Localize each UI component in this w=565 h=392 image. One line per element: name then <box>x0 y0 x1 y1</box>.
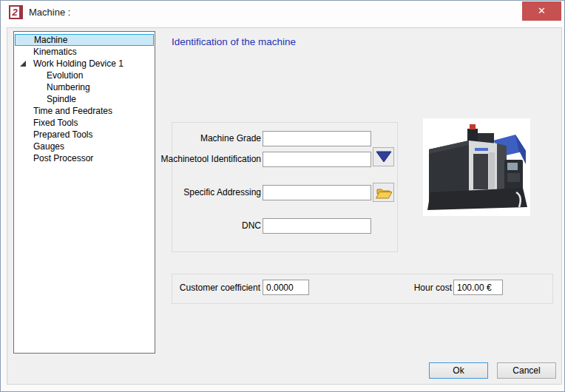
tree-item-evolution[interactable]: Evolution <box>15 70 154 81</box>
tree-item-label: Numbering <box>47 82 90 92</box>
page-title: Identification of the machine <box>172 36 296 47</box>
tree-item-label: Gauges <box>33 141 64 152</box>
specific-addressing-label: Specific Addressing <box>183 187 261 197</box>
hour-cost-label: Hour cost <box>414 283 452 293</box>
tree-item-label: Post Processor <box>33 153 93 163</box>
tree-item-gauges[interactable]: Gauges <box>15 141 154 152</box>
tree-item-label: Fixed Tools <box>33 118 78 128</box>
browse-folder-button[interactable] <box>373 183 394 202</box>
close-button[interactable]: ✕ <box>522 1 561 21</box>
machinetool-dropdown-button[interactable] <box>373 147 394 166</box>
customer-coefficient-input[interactable] <box>263 280 309 295</box>
tree-item-label: Work Holding Device 1 <box>33 58 124 69</box>
window-title: Machine : <box>29 7 70 18</box>
machinetool-identification-label: Machinetool Identification <box>161 154 261 164</box>
tree-item-kinematics[interactable]: Kinematics <box>15 46 154 58</box>
app-logo-icon: 2 <box>9 5 23 19</box>
close-icon: ✕ <box>538 5 546 16</box>
dropdown-arrow-icon <box>375 150 393 163</box>
tree-item-label: Machine <box>34 35 67 45</box>
tree-expander-icon[interactable] <box>20 61 26 67</box>
tree-item-label: Time and Feedrates <box>33 106 112 116</box>
tree-item-fixed-tools[interactable]: Fixed Tools <box>15 117 154 129</box>
tree-item-post-processor[interactable]: Post Processor <box>15 152 154 164</box>
tree-item-label: Kinematics <box>33 47 77 57</box>
machine-dialog-window: 2 Machine : ✕ MachineKinematicsWork Hold… <box>0 0 565 392</box>
customer-coefficient-label: Customer coefficient <box>180 283 260 293</box>
tree-item-work-holding-device-1[interactable]: Work Holding Device 1 <box>15 58 154 70</box>
tree-item-label: Evolution <box>47 70 83 81</box>
tree-item-time-and-feedrates[interactable]: Time and Feedrates <box>15 105 154 117</box>
tree-item-prepared-tools[interactable]: Prepared Tools <box>15 129 154 141</box>
tree-item-spindle[interactable]: Spindle <box>15 93 154 105</box>
machine-grade-label: Machine Grade <box>200 133 261 143</box>
title-bar: 2 Machine : ✕ <box>1 1 564 26</box>
dnc-label: DNC <box>242 220 261 231</box>
tree-item-machine[interactable]: Machine <box>15 34 154 46</box>
tree-item-numbering[interactable]: Numbering <box>15 81 154 93</box>
tree-view: MachineKinematicsWork Holding Device 1Ev… <box>13 31 155 354</box>
machinetool-identification-input[interactable] <box>263 152 371 167</box>
hour-cost-input[interactable] <box>453 280 503 295</box>
ok-button[interactable]: Ok <box>429 362 488 379</box>
tree-item-label: Spindle <box>47 94 76 104</box>
open-folder-icon <box>375 185 393 200</box>
machine-photo <box>423 118 530 216</box>
cancel-button[interactable]: Cancel <box>497 362 556 379</box>
dnc-input[interactable] <box>263 218 371 234</box>
specific-addressing-input[interactable] <box>263 185 371 200</box>
machine-grade-input[interactable] <box>263 131 371 146</box>
content-panel: MachineKinematicsWork Holding Device 1Ev… <box>7 27 562 385</box>
tree-item-label: Prepared Tools <box>33 129 93 140</box>
